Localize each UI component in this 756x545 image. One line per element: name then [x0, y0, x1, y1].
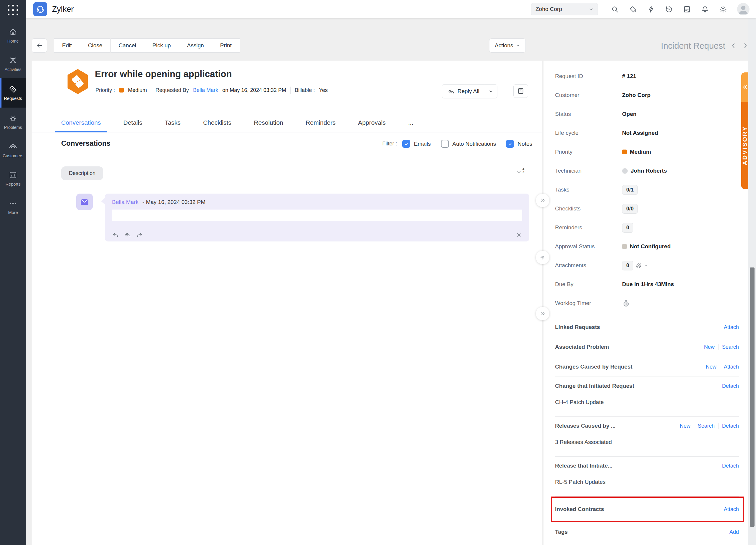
- conversation-card[interactable]: Bella Mark - May 16, 2024 03:32 PM: [105, 194, 529, 241]
- actions-dropdown[interactable]: Actions: [489, 38, 526, 53]
- resize-panel-handle[interactable]: [536, 251, 549, 264]
- collapsed-message-body[interactable]: [112, 210, 522, 221]
- attach-link[interactable]: Attach: [724, 324, 739, 330]
- tab-more[interactable]: ...: [397, 113, 425, 132]
- attachments-count-badge[interactable]: 0: [622, 261, 633, 270]
- reply-all-button[interactable]: Reply All: [442, 85, 485, 98]
- home-icon: [9, 27, 17, 36]
- sidebar-item-requests[interactable]: Requests: [0, 78, 26, 108]
- reply-icon[interactable]: [112, 232, 119, 238]
- quick-actions-button[interactable]: [647, 5, 655, 13]
- scrollbar-thumb[interactable]: [750, 267, 755, 527]
- apps-grid-icon[interactable]: [7, 4, 19, 16]
- due-by-value: Due in 1Hrs 43Mins: [622, 281, 674, 288]
- advisory-expand-button[interactable]: [741, 72, 748, 102]
- sidebar-item-activities[interactable]: Activities: [0, 50, 26, 78]
- close-button[interactable]: Close: [80, 38, 111, 53]
- sort-button[interactable]: A Z: [516, 168, 525, 173]
- incident-type-icon: [66, 68, 90, 95]
- advisory-button[interactable]: ADVISORY: [741, 102, 748, 189]
- priority-label: Priority :: [95, 87, 115, 93]
- tab-checklists[interactable]: Checklists: [192, 113, 243, 132]
- detach-link[interactable]: Detach: [722, 423, 739, 429]
- auto-notifications-checkbox[interactable]: [441, 140, 449, 148]
- notifications-button[interactable]: [701, 5, 709, 13]
- search-button[interactable]: [611, 5, 619, 13]
- tab-tasks[interactable]: Tasks: [153, 113, 192, 132]
- description-chip[interactable]: Description: [61, 166, 103, 180]
- attach-link[interactable]: Attach: [724, 364, 739, 370]
- field-reminders: Reminders 0: [544, 218, 748, 237]
- checklists-count-badge[interactable]: 0/0: [622, 204, 638, 214]
- reply-options-button[interactable]: [485, 85, 497, 98]
- sidebar-item-more[interactable]: More: [0, 193, 26, 221]
- detach-link[interactable]: Detach: [722, 463, 739, 469]
- chevron-left-icon[interactable]: [730, 42, 737, 49]
- add-link[interactable]: Add: [729, 529, 739, 535]
- new-link[interactable]: New: [706, 364, 716, 370]
- reply-all-icon[interactable]: [124, 232, 131, 238]
- cancel-button[interactable]: Cancel: [110, 38, 144, 53]
- sender-link[interactable]: Bella Mark: [112, 199, 139, 205]
- section-change-initiated: Change that Initiated Request Detach CH-…: [555, 377, 739, 417]
- tab-details[interactable]: Details: [112, 113, 153, 132]
- expand-panel-handle[interactable]: [536, 307, 549, 320]
- notes-button[interactable]: [513, 84, 528, 98]
- new-link[interactable]: New: [704, 344, 715, 350]
- assign-button[interactable]: Assign: [179, 38, 212, 53]
- sidebar-item-home[interactable]: Home: [0, 21, 26, 50]
- print-button[interactable]: Print: [212, 38, 240, 53]
- notes-checkbox[interactable]: [506, 140, 514, 148]
- sidebar-item-reports[interactable]: Reports: [0, 164, 26, 193]
- tasks-count-badge[interactable]: 0/1: [622, 185, 638, 195]
- org-selector[interactable]: Zoho Corp: [531, 3, 598, 15]
- tab-conversations[interactable]: Conversations: [50, 113, 112, 132]
- sort-arrow-icon: [516, 168, 522, 173]
- attach-link[interactable]: Attach: [724, 506, 739, 512]
- search-link[interactable]: Search: [722, 344, 739, 350]
- detach-link[interactable]: Detach: [722, 383, 739, 389]
- add-request-button[interactable]: [629, 5, 637, 13]
- section-invoked-contracts: Invoked Contracts Attach: [555, 497, 739, 522]
- resize-diagonal-icon: [538, 253, 547, 262]
- history-button[interactable]: [665, 5, 673, 13]
- sort-az-letters: A Z: [522, 168, 525, 173]
- field-worklog-timer: Worklog Timer: [544, 294, 748, 313]
- back-button[interactable]: [32, 38, 47, 53]
- notes-filter-label: Notes: [517, 141, 532, 147]
- tab-reminders[interactable]: Reminders: [294, 113, 347, 132]
- chevron-down-icon[interactable]: [644, 264, 648, 267]
- headset-logo-icon: [36, 5, 45, 14]
- chevron-right-icon[interactable]: [742, 42, 749, 49]
- tab-resolution[interactable]: Resolution: [243, 113, 294, 132]
- sidebar-item-problems[interactable]: Problems: [0, 108, 26, 136]
- sidebar-item-label: Requests: [4, 96, 22, 101]
- settings-button[interactable]: [719, 5, 727, 13]
- edit-button[interactable]: Edit: [54, 38, 80, 53]
- stopwatch-icon[interactable]: [622, 299, 630, 307]
- close-icon[interactable]: [515, 232, 522, 238]
- survey-icon: [683, 5, 691, 13]
- top-header: Zylker Zoho Corp: [26, 0, 756, 18]
- emails-checkbox[interactable]: [402, 140, 410, 148]
- billable-value: Yes: [319, 87, 327, 93]
- linked-item[interactable]: RL-5 Patch Updates: [555, 475, 739, 489]
- survey-button[interactable]: [683, 5, 691, 13]
- reminders-count-badge[interactable]: 0: [622, 223, 633, 233]
- paperclip-icon[interactable]: [635, 262, 642, 269]
- user-avatar[interactable]: [737, 3, 749, 15]
- collapse-panel-handle[interactable]: [536, 194, 549, 207]
- tab-approvals[interactable]: Approvals: [347, 113, 397, 132]
- linked-item[interactable]: CH-4 Patch Update: [555, 395, 739, 409]
- message-actions: [112, 232, 522, 238]
- requester-link[interactable]: Bella Mark: [193, 87, 218, 93]
- divider: [151, 87, 151, 94]
- pickup-button[interactable]: Pick up: [144, 38, 179, 53]
- search-icon: [611, 5, 619, 13]
- forward-icon[interactable]: [136, 232, 143, 238]
- sidebar-item-customers[interactable]: Customers: [0, 136, 26, 164]
- search-link[interactable]: Search: [698, 423, 715, 429]
- linked-item[interactable]: 3 Releases Associated: [555, 435, 739, 449]
- new-link[interactable]: New: [680, 423, 690, 429]
- document-icon: [517, 87, 524, 95]
